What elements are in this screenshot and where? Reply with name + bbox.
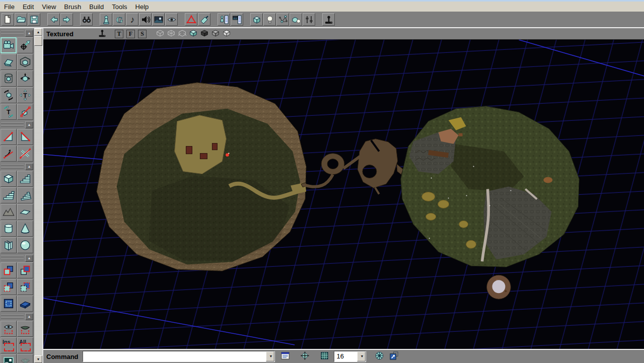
invert-selection-button[interactable]: Ins — [1, 337, 17, 353]
csg-subtract-button[interactable] — [17, 262, 33, 278]
build-sheet-button[interactable] — [17, 204, 33, 220]
toolbox-scrollbar[interactable]: ▲ ▼ — [34, 28, 42, 363]
hide-actors-button[interactable] — [17, 354, 33, 363]
toolbox-collapse-button[interactable]: ▲ — [25, 163, 33, 170]
group-browser-button[interactable]: G — [113, 13, 125, 26]
mesh-browser-button[interactable] — [165, 13, 178, 26]
undo-button[interactable] — [47, 13, 60, 26]
realtime-preview-button[interactable] — [97, 28, 107, 40]
select-brushes-button[interactable] — [1, 354, 17, 363]
front-view-button[interactable]: F — [126, 30, 135, 38]
toolbox-scroll-up-button[interactable]: ▲ — [34, 28, 42, 36]
texture-pan-button[interactable] — [1, 70, 17, 87]
brush-snapped-scale-button[interactable] — [17, 104, 33, 120]
toolbox-collapse-button[interactable]: ▲ — [25, 121, 33, 128]
view-bsp-cuts-button[interactable] — [177, 28, 187, 40]
vertex-editing-button[interactable] — [17, 54, 33, 70]
play-map-button[interactable] — [322, 13, 335, 26]
menu-file[interactable]: File — [0, 3, 19, 11]
add-special-brush-button[interactable] — [1, 296, 17, 312]
view-overhead-button[interactable] — [166, 28, 176, 40]
build-options-button[interactable] — [303, 13, 315, 26]
toolbox-collapse-button[interactable]: ▲ — [25, 313, 33, 320]
view-flat-button[interactable] — [210, 28, 221, 40]
toolbox-collapse-button[interactable]: ▲ — [25, 255, 33, 262]
menu-edit[interactable]: Edit — [19, 3, 38, 11]
csg-deintersect-button[interactable] — [17, 279, 33, 295]
pan-texture-button[interactable]: T — [17, 87, 33, 103]
save-map-button[interactable] — [28, 13, 40, 26]
stairs-spiral-button[interactable] — [17, 187, 33, 203]
view-zone-portal-button[interactable] — [222, 28, 232, 40]
grid-toggle-button[interactable] — [319, 350, 330, 362]
toolbox-collapse-button[interactable]: ▲ — [25, 30, 33, 37]
actor-class-browser-button[interactable] — [100, 13, 112, 26]
toolbox-scrollbar-thumb[interactable] — [34, 36, 42, 46]
rotation-grid-button[interactable] — [374, 350, 385, 362]
menu-help[interactable]: Help — [131, 3, 153, 11]
side-view-button[interactable]: S — [138, 30, 147, 38]
camera-movement-button[interactable] — [1, 37, 17, 53]
build-geometry-button[interactable] — [185, 13, 197, 26]
maximize-viewport-button[interactable] — [389, 350, 399, 362]
clip-flip-button[interactable] — [1, 146, 17, 162]
brush-scale-button[interactable] — [1, 54, 17, 70]
brush-clip-button[interactable] — [1, 129, 17, 145]
vertex-snap-button[interactable] — [300, 350, 310, 362]
build-all-button[interactable] — [290, 13, 302, 26]
toolbox-scrollbar-track[interactable] — [34, 46, 42, 355]
grid-size-dropdown-button[interactable]: ▼ — [357, 351, 366, 361]
build-sphere-button[interactable] — [17, 237, 33, 253]
show-all-button[interactable]: All — [17, 337, 33, 353]
command-combobox[interactable]: ▼ — [83, 351, 275, 362]
actor-properties-button[interactable] — [218, 13, 230, 26]
command-dropdown-button[interactable]: ▼ — [266, 351, 274, 361]
brush-pivot-button[interactable] — [17, 70, 33, 87]
hide-selected-button[interactable] — [17, 321, 33, 337]
grid-size-combobox[interactable]: 16 ▼ — [334, 351, 366, 362]
new-map-button[interactable] — [2, 13, 14, 26]
view-wireframe-button[interactable] — [155, 28, 165, 40]
clip-delete-button[interactable] — [17, 146, 33, 162]
move-actor-button[interactable] — [17, 37, 33, 53]
menu-brush[interactable]: Brush — [60, 3, 85, 11]
csg-add-button[interactable] — [1, 262, 17, 278]
sound-browser-button[interactable] — [139, 13, 152, 26]
show-selected-button[interactable] — [1, 321, 17, 337]
build-brush-button[interactable] — [198, 13, 210, 26]
stairs-curved-button[interactable] — [1, 187, 17, 203]
log-window-button[interactable] — [280, 350, 291, 362]
redo-button[interactable] — [60, 13, 73, 26]
build-paths-button[interactable] — [276, 13, 289, 26]
command-input[interactable] — [83, 351, 266, 361]
build-terrain-button[interactable] — [1, 204, 17, 220]
build-cube-button[interactable] — [1, 171, 17, 187]
view-textured-button[interactable] — [188, 28, 198, 40]
brush-rotate-button[interactable] — [1, 87, 17, 103]
toolbox-scroll-down-button[interactable]: ▼ — [34, 355, 42, 363]
build-lighting-button[interactable] — [263, 13, 276, 26]
viewport-3d-scene[interactable] — [43, 40, 644, 349]
view-dynamic-light-button[interactable] — [199, 28, 209, 40]
texture-browser-button[interactable] — [152, 13, 165, 26]
build-geometry-only-button[interactable] — [250, 13, 263, 26]
bulb-icon — [264, 14, 275, 25]
build-cone-button[interactable] — [17, 221, 33, 237]
build-volumetric-button[interactable] — [1, 237, 17, 253]
surface-properties-button[interactable] — [231, 13, 243, 26]
texture-rotate-button[interactable]: T — [1, 104, 17, 120]
stairs-linear-button[interactable] — [17, 171, 33, 187]
build-cylinder-button[interactable] — [1, 221, 17, 237]
menu-build[interactable]: Build — [85, 3, 108, 11]
music-browser-button[interactable]: ♪ — [126, 13, 138, 26]
volumetric-icon — [2, 239, 15, 252]
open-map-button[interactable] — [15, 13, 27, 26]
csg-deintersect-icon — [19, 280, 32, 294]
search-actors-button[interactable] — [80, 13, 93, 26]
top-view-button[interactable]: T — [115, 30, 123, 38]
add-mover-brush-button[interactable] — [17, 296, 33, 312]
csg-intersect-button[interactable] — [1, 279, 17, 295]
menu-tools[interactable]: Tools — [108, 3, 131, 11]
brush-clip-split-button[interactable] — [17, 129, 33, 145]
menu-view[interactable]: View — [38, 3, 60, 11]
